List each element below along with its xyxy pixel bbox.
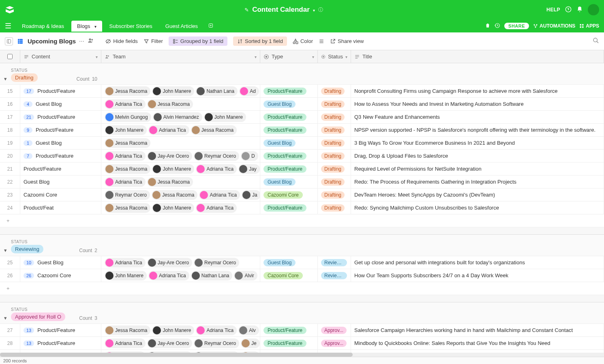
person-chip[interactable]: Jay-Are Ocero [147,151,192,161]
person-chip[interactable]: Jessa Racoma [147,177,193,187]
cell-team[interactable]: Jessa RacomaJohn ManereAdriana TicaJay [101,163,260,175]
cell-type[interactable]: Product/Feature [260,111,318,123]
cell-content[interactable]: Product/Feat [20,201,101,214]
cell-status[interactable]: Drafting [318,163,351,175]
grouped-button[interactable]: Grouped by 1 field [169,36,227,46]
person-chip[interactable]: Jessa Racoma [191,125,237,135]
person-chip[interactable]: Jessa Racoma [105,86,150,96]
checkbox-header[interactable] [0,50,20,63]
cell-status[interactable]: Drafting [318,98,351,110]
person-chip[interactable]: John Manere [152,86,194,96]
search-icon[interactable] [593,39,599,45]
cell-title[interactable]: Get up close and personal with integrati… [351,256,604,269]
person-chip[interactable]: Reymar Ocero [194,151,239,161]
info-icon[interactable]: ⓘ [318,6,323,13]
table-row[interactable]: 25 10 Guest Blog Adriana TicaJay-Are Oce… [0,256,604,269]
person-chip[interactable]: Reymar Ocero [194,338,239,348]
help-icon[interactable] [565,6,572,14]
table-row[interactable]: 15 17 Product/Feature Jessa RacomaJohn M… [0,85,604,98]
cell-team[interactable]: Adriana TicaJay-Are OceroReymar OceroD [101,150,260,162]
cell-status[interactable]: Approv... [318,337,351,349]
cell-type[interactable]: Guest Blog [260,176,318,188]
cell-team[interactable]: Jessa RacomaJohn ManereAdriana Tica [101,201,260,214]
cell-content[interactable]: 26 Cazoomi Core [20,269,101,282]
airtable-logo-icon[interactable] [5,5,15,15]
person-chip[interactable]: Adriana Tica [105,151,146,161]
cell-status[interactable]: Drafting [318,176,351,188]
cell-content[interactable]: 4 Guest Blog [20,98,101,110]
cell-title[interactable]: How Our Team Supports Subscribers 24/7 o… [351,269,604,282]
person-chip[interactable]: Jay [238,164,260,174]
cell-title[interactable]: Redo: The Process of Requirements Gather… [351,176,604,188]
cell-type[interactable]: Guest Blog [260,256,318,269]
select-all-checkbox[interactable] [7,54,13,59]
bell-icon[interactable] [576,6,583,14]
table-row[interactable]: 27 13 Product/Feature Jessa RacomaJohn M… [0,324,604,337]
person-chip[interactable]: John Manere [105,271,147,280]
column-type[interactable]: Type [260,50,318,63]
cell-team[interactable]: Reymar OceroJessa RacomaAdriana TicaJa [101,188,260,201]
person-chip[interactable]: D [241,151,258,161]
cell-team[interactable]: Jessa RacomaJohn ManereNathan LanaAd [101,85,260,97]
person-chip[interactable]: Jessa Racoma [152,190,197,200]
person-chip[interactable]: Adriana Tica [105,338,146,348]
table-row[interactable]: 22 Guest Blog Adriana TicaJessa Racoma G… [0,176,604,188]
cell-team[interactable]: Jessa Racoma [101,137,260,149]
cell-content[interactable]: 13 Product/Feature [20,337,101,349]
base-title[interactable]: Content Calendar [252,6,310,14]
person-chip[interactable]: John Manere [152,325,194,335]
person-chip[interactable]: Ja [242,190,260,200]
person-chip[interactable]: Nathan Lana [191,271,233,280]
person-chip[interactable]: John Manere [204,112,246,122]
cell-type[interactable]: Product/Feature [260,150,318,162]
tab-subscriber-stories[interactable]: Subscriber Stories [104,21,158,32]
cell-type[interactable]: Product/Feature [260,337,318,349]
person-chip[interactable]: Jessa Racoma [147,99,193,109]
person-chip[interactable]: Jay-Are Ocero [147,258,192,268]
cell-status[interactable]: Drafting [318,188,351,201]
cell-status[interactable]: Drafting [318,124,351,136]
table-row[interactable]: 20 7 Product/Feature Adriana TicaJay-Are… [0,150,604,163]
more-icon[interactable]: ⋯ [79,38,84,44]
cell-title[interactable]: 3 Big Ways To Grow Your Ecommerce Busine… [351,137,604,149]
sidebar-toggle-icon[interactable] [5,37,13,45]
history-icon[interactable] [495,23,500,30]
cell-title[interactable]: Q3 New Feature and Enhancements [351,111,604,123]
cell-content[interactable]: 21 Product/Feature [20,111,101,123]
group-collapse-icon[interactable]: ▾ [4,247,7,253]
cell-content[interactable]: Product/Feature [20,163,101,175]
row-height-button[interactable] [319,39,324,44]
cell-type[interactable]: Cazoomi Core [260,188,318,201]
group-collapse-icon[interactable]: ▾ [4,315,7,321]
cell-team[interactable]: Jessa RacomaJohn ManereAdriana TicaAlv [101,324,260,336]
column-content[interactable]: Content [20,50,101,63]
hide-fields-button[interactable]: Hide fields [105,38,138,44]
person-chip[interactable]: Adriana Tica [105,177,146,187]
color-button[interactable]: Color [293,38,313,44]
cell-title[interactable]: Drag, Drop & Upload Files to Salesforce [351,150,604,162]
column-title[interactable]: Title [351,50,604,63]
tab-guest-articles[interactable]: Guest Articles [160,21,203,32]
cell-type[interactable]: Product/Feature [260,201,318,214]
person-chip[interactable]: Adriana Tica [196,325,237,335]
person-chip[interactable]: Alvin Hernandez [153,112,202,122]
person-chip[interactable]: Nathan Lana [196,86,238,96]
cell-title[interactable]: Nonprofit Consulting Firms using Campaig… [351,85,604,97]
cell-status[interactable]: Drafting [318,137,351,149]
share-view-button[interactable]: Share view [330,38,364,44]
cell-content[interactable]: 13 Product/Feature [20,324,101,336]
cell-status[interactable]: Reviewi... [318,269,351,282]
cell-type[interactable]: Guest Blog [260,137,318,149]
person-chip[interactable]: Reymar Ocero [105,190,150,200]
scrollbar-thumb[interactable] [0,353,353,357]
person-chip[interactable]: Adriana Tica [199,190,240,200]
help-link[interactable]: HELP [546,7,560,13]
cell-team[interactable]: Melvin GungogAlvin HernandezJohn Manere [101,111,260,123]
table-row[interactable]: 18 9 Product/Feature John ManereAdriana … [0,124,604,137]
person-chip[interactable]: Jessa Racoma [105,164,150,174]
cell-status[interactable]: Reviewi... [318,256,351,269]
menu-icon[interactable]: ☰ [5,21,11,30]
table-row[interactable]: 19 1 Guest Blog Jessa Racoma Guest Blog … [0,137,604,150]
cell-title[interactable]: Required Level of Permissions for NetSui… [351,163,604,175]
cell-title[interactable]: DevTeam Heroes: Meet SyncApps by Cazoomi… [351,188,604,201]
